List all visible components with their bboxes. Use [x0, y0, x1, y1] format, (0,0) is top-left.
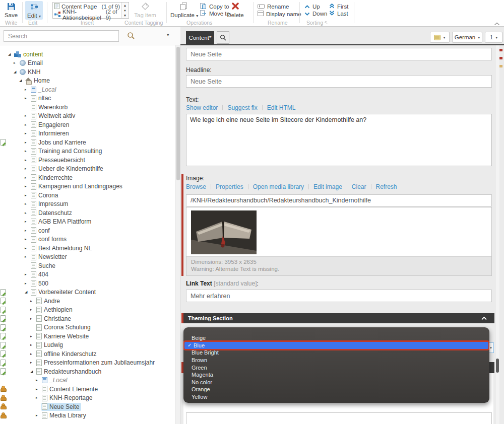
- expand-arrow-icon[interactable]: ▸: [30, 352, 36, 356]
- language-flag-dropdown[interactable]: ▾: [430, 32, 450, 43]
- tree-item-body[interactable]: Best Abmeldung NL: [30, 244, 94, 252]
- expand-arrow-icon[interactable]: ▸: [30, 308, 36, 312]
- tree-item[interactable]: Neue Seite: [0, 402, 175, 411]
- expand-arrow-icon[interactable]: ▸: [25, 140, 30, 145]
- sort-last-button[interactable]: Last: [329, 11, 348, 17]
- theming-section-header[interactable]: Theming Section: [181, 313, 494, 323]
- tree-scrollbar-thumb[interactable]: [176, 47, 180, 180]
- field-action-link[interactable]: Refresh: [376, 183, 397, 190]
- expand-arrow-icon[interactable]: ▸: [25, 202, 30, 206]
- tree-item-body[interactable]: Impressum: [30, 200, 70, 208]
- tree-item[interactable]: ▸_Local: [0, 85, 175, 94]
- tree-item[interactable]: ▸Christiane: [0, 314, 175, 323]
- tree-item-body[interactable]: Christiane: [36, 315, 73, 323]
- tree-item[interactable]: ▸Corona: [0, 191, 175, 200]
- more-options-icon[interactable]: ▼: [123, 14, 127, 17]
- tree-item[interactable]: ▸Email: [0, 59, 175, 68]
- tree-item-body[interactable]: Home: [25, 77, 52, 85]
- image-thumbnail[interactable]: [191, 210, 257, 254]
- expand-arrow-icon[interactable]: ▸: [25, 255, 30, 259]
- expand-arrow-icon[interactable]: ▸: [25, 193, 30, 197]
- expand-arrow-icon[interactable]: ▸: [25, 211, 30, 215]
- tree-item-body[interactable]: Vorbereiteter Content: [30, 288, 98, 296]
- tree-item[interactable]: ▸AGB EMA Plattform: [0, 218, 175, 227]
- tree-item-body[interactable]: Engagieren: [30, 121, 71, 129]
- scroll-down-icon[interactable]: ▾: [124, 9, 125, 13]
- tab-content[interactable]: Content*: [186, 31, 214, 44]
- duplicate-button[interactable]: Duplicate ▾: [170, 2, 197, 18]
- dropdown-option[interactable]: Orange: [183, 386, 489, 393]
- tree-item-body[interactable]: Presseinformationen zum Jubilaeumsjahr: [36, 359, 157, 367]
- tree-item-body[interactable]: nltac: [30, 94, 53, 102]
- search-options-caret-icon[interactable]: ▾: [167, 32, 169, 37]
- expand-arrow-icon[interactable]: ▸: [25, 167, 30, 171]
- display-name-button[interactable]: Display name: [258, 11, 301, 17]
- tree-item[interactable]: ▸Andre: [0, 297, 175, 306]
- tree-item-body[interactable]: Presseuebersicht: [30, 156, 87, 164]
- tree-item-body[interactable]: Kampagnen und Landingpages: [30, 182, 124, 190]
- tree-item-body[interactable]: Informieren: [30, 129, 71, 137]
- tree-item-body[interactable]: conf forms: [30, 235, 69, 243]
- tree-item[interactable]: ▸Informieren: [0, 129, 175, 138]
- dropdown-option[interactable]: ✓Blue: [184, 342, 488, 349]
- tree-item-body[interactable]: Weltweit aktiv: [30, 112, 77, 120]
- tree-item-body[interactable]: _Local: [41, 376, 69, 384]
- insert-knh-aktionsbeispiel[interactable]: KNH-Aktionsbeispiel (2 of 9): [54, 11, 120, 19]
- expand-arrow-icon[interactable]: ▸: [30, 317, 36, 321]
- field-action-link[interactable]: Properties: [216, 183, 243, 190]
- tree-item-body[interactable]: Training and Consulting: [30, 147, 104, 155]
- expand-arrow-icon[interactable]: ▸: [36, 387, 41, 391]
- tree-item[interactable]: ◢content: [0, 50, 175, 59]
- tree-item[interactable]: ▸Impressum: [0, 200, 175, 209]
- tree-item[interactable]: ◢Redakteurshandbuch: [0, 367, 175, 376]
- headline-field[interactable]: [186, 75, 492, 88]
- dropdown-option[interactable]: Beige: [183, 334, 489, 342]
- tree-item-body[interactable]: Media Library: [41, 411, 88, 419]
- tag-item-button[interactable]: Tag item: [132, 2, 158, 18]
- collapse-arrow-icon[interactable]: ◢: [30, 370, 36, 374]
- tree-item[interactable]: ▸Best Abmeldung NL: [0, 244, 175, 253]
- tree-item[interactable]: ▸nltac: [0, 94, 175, 103]
- tree-item-body[interactable]: conf: [30, 227, 52, 235]
- tree-item-body[interactable]: Ueber die Kindernothilfe: [30, 165, 105, 173]
- tree-item[interactable]: ◢KNH: [0, 67, 175, 77]
- tree-item[interactable]: ▸Media Library: [0, 411, 175, 420]
- tree-item-body[interactable]: Redakteurshandbuch: [36, 368, 103, 376]
- collapse-arrow-icon[interactable]: ◢: [8, 52, 14, 56]
- expand-arrow-icon[interactable]: ▸: [30, 343, 36, 347]
- expand-arrow-icon[interactable]: ▸: [30, 334, 36, 338]
- text-field[interactable]: Wie lege ich eine neue Seite im Sitecore…: [186, 114, 492, 166]
- expand-arrow-icon[interactable]: ▸: [25, 281, 30, 286]
- field-action-link[interactable]: Show editor: [186, 104, 218, 111]
- dropdown-option[interactable]: Yellow: [183, 393, 489, 401]
- tree-item-body[interactable]: Corona: [30, 191, 60, 199]
- sort-down-button[interactable]: Down: [304, 11, 327, 17]
- tree-item[interactable]: ▸_Local: [0, 376, 175, 385]
- sort-up-button[interactable]: Up: [304, 4, 320, 10]
- expand-arrow-icon[interactable]: ▸: [30, 361, 36, 365]
- dropdown-option[interactable]: No color: [183, 379, 489, 386]
- tree-item[interactable]: ▸KNH-Reportage: [0, 394, 175, 403]
- link-text-field[interactable]: [186, 290, 492, 302]
- tree-item[interactable]: ▸Kampagnen und Landingpages: [0, 182, 175, 191]
- collapse-arrow-icon[interactable]: ◢: [19, 79, 25, 83]
- tree-item[interactable]: ◢Vorbereiteter Content: [0, 288, 175, 297]
- ribbon-collapse-button[interactable]: [494, 21, 500, 27]
- expand-arrow-icon[interactable]: ▸: [30, 299, 36, 303]
- tree-item[interactable]: ▸Content Elemente: [0, 385, 175, 394]
- tree-item[interactable]: ▸Kinderrechte: [0, 173, 175, 182]
- field-action-link[interactable]: Browse: [186, 183, 206, 190]
- expand-arrow-icon[interactable]: ▸: [25, 246, 30, 250]
- tree-item[interactable]: ▸Ludwig: [0, 341, 175, 350]
- field-action-link[interactable]: Clear: [352, 183, 366, 190]
- tree-item[interactable]: ▸Datenschutz: [0, 208, 175, 218]
- tree-item[interactable]: ▸offline Kinderschutz: [0, 349, 175, 359]
- expand-arrow-icon[interactable]: ▸: [25, 220, 30, 224]
- field-action-link[interactable]: Edit image: [313, 183, 342, 190]
- partially-visible-field[interactable]: [186, 412, 492, 424]
- expand-arrow-icon[interactable]: ▸: [36, 378, 41, 382]
- tree-item-body[interactable]: Suche: [30, 262, 57, 270]
- validation-marker-warning[interactable]: [499, 65, 502, 67]
- save-button[interactable]: Save: [1, 2, 21, 18]
- tree-item[interactable]: ▸Jobs und Karriere: [0, 138, 175, 147]
